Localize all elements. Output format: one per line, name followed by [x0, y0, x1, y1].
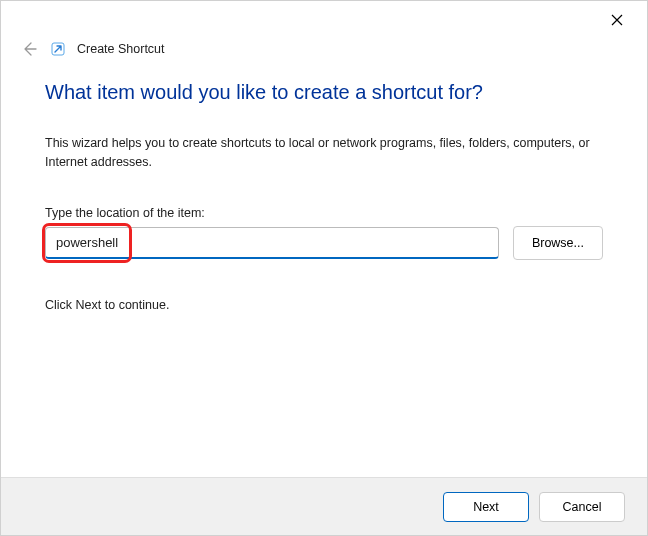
continue-instruction: Click Next to continue.: [45, 298, 603, 312]
browse-button[interactable]: Browse...: [513, 226, 603, 260]
back-button[interactable]: [19, 39, 39, 59]
content-area: What item would you like to create a sho…: [1, 65, 647, 312]
footer: Next Cancel: [1, 477, 647, 535]
location-input-wrapper: [45, 227, 499, 259]
location-input[interactable]: [45, 227, 499, 259]
location-input-label: Type the location of the item:: [45, 206, 603, 220]
header-title: Create Shortcut: [77, 42, 165, 56]
header-row: Create Shortcut: [1, 39, 647, 65]
back-arrow-icon: [21, 41, 37, 57]
cancel-button[interactable]: Cancel: [539, 492, 625, 522]
shortcut-icon: [49, 40, 67, 58]
close-button[interactable]: [601, 4, 633, 36]
next-button[interactable]: Next: [443, 492, 529, 522]
input-row: Browse...: [45, 226, 603, 260]
close-icon: [611, 14, 623, 26]
wizard-description: This wizard helps you to create shortcut…: [45, 134, 603, 172]
main-heading: What item would you like to create a sho…: [45, 81, 603, 104]
titlebar: [1, 1, 647, 39]
